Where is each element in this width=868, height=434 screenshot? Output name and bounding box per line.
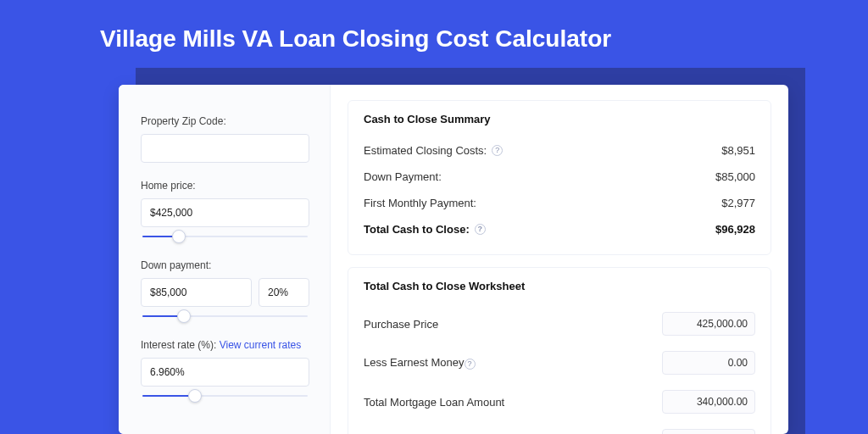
interest-rate-input[interactable] [141, 358, 309, 387]
summary-row: Estimated Closing Costs:?$8,951 [364, 137, 755, 164]
interest-rate-label: Interest rate (%): View current rates [141, 339, 309, 351]
down-payment-label: Down payment: [141, 259, 309, 271]
down-payment-percent-input[interactable] [259, 278, 309, 307]
worksheet-row: Less Earnest Money? [364, 343, 755, 382]
worksheet-row: Total Mortgage Loan Amount [364, 382, 755, 421]
page-title: Village Mills VA Loan Closing Cost Calcu… [100, 25, 611, 53]
help-icon[interactable]: ? [492, 145, 503, 156]
summary-row: Total Cash to Close:?$96,928 [364, 216, 755, 242]
summary-row-label: Down Payment: [364, 170, 442, 183]
worksheet-row-label: Purchase Price [364, 318, 438, 331]
worksheet-row: Total Second Mortgage Amount [364, 421, 755, 434]
worksheet-value-input[interactable] [662, 312, 755, 336]
interest-rate-field: Interest rate (%): View current rates [141, 339, 309, 402]
summary-row: First Monthly Payment:$2,977 [364, 190, 755, 216]
zip-input[interactable] [141, 134, 309, 163]
help-icon[interactable]: ? [475, 224, 486, 235]
home-price-field: Home price: [141, 180, 309, 242]
worksheet-row: Purchase Price [364, 304, 755, 343]
summary-row-value: $96,928 [715, 223, 755, 236]
worksheet-value-input[interactable] [662, 429, 755, 434]
calculator-card: Property Zip Code: Home price: Down paym… [119, 85, 788, 434]
down-payment-slider[interactable] [142, 312, 308, 322]
worksheet-row-label: Total Mortgage Loan Amount [364, 396, 504, 409]
interest-rate-slider[interactable] [142, 392, 308, 402]
home-price-input[interactable] [141, 198, 309, 227]
zip-field: Property Zip Code: [141, 115, 309, 163]
down-payment-field: Down payment: [141, 259, 309, 322]
worksheet-value-input[interactable] [662, 351, 755, 375]
main-panel: Cash to Close Summary Estimated Closing … [331, 85, 788, 434]
summary-row-value: $8,951 [721, 144, 755, 157]
worksheet-row-label: Less Earnest Money [364, 356, 465, 369]
summary-row-value: $2,977 [721, 197, 755, 209]
home-price-label: Home price: [141, 180, 309, 192]
input-sidebar: Property Zip Code: Home price: Down paym… [119, 85, 331, 434]
interest-rate-label-text: Interest rate (%): [141, 339, 216, 351]
worksheet-panel: Total Cash to Close Worksheet Purchase P… [348, 267, 771, 434]
slider-thumb[interactable] [177, 309, 191, 323]
worksheet-heading: Total Cash to Close Worksheet [364, 280, 755, 292]
zip-label: Property Zip Code: [141, 115, 309, 127]
worksheet-value-input[interactable] [662, 390, 755, 414]
summary-panel: Cash to Close Summary Estimated Closing … [348, 100, 771, 255]
down-payment-amount-input[interactable] [141, 278, 252, 307]
summary-row-label: First Monthly Payment: [364, 197, 476, 209]
summary-row-value: $85,000 [715, 170, 755, 183]
slider-thumb[interactable] [172, 230, 186, 243]
view-rates-link[interactable]: View current rates [220, 339, 302, 351]
help-icon[interactable]: ? [465, 359, 476, 370]
home-price-slider[interactable] [142, 232, 308, 242]
summary-row-label: Total Cash to Close: [364, 223, 470, 236]
summary-heading: Cash to Close Summary [364, 113, 755, 125]
summary-row: Down Payment:$85,000 [364, 164, 755, 190]
slider-fill [142, 395, 195, 397]
summary-row-label: Estimated Closing Costs: [364, 144, 487, 157]
slider-thumb[interactable] [188, 389, 202, 403]
